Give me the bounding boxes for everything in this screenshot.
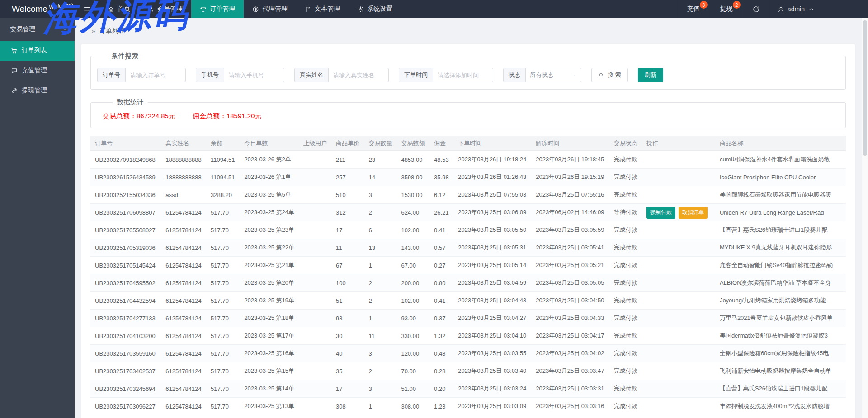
search-field-手机号: 手机号 [196, 68, 284, 82]
column-header-交易数额: 交易数额 [396, 136, 429, 151]
nav-item-label: 首页 [118, 5, 130, 13]
notification-badge: 2 [733, 1, 741, 9]
sidebar-menu: 订单列表充值管理提现管理 [0, 41, 75, 100]
nav-item-label: 会员管理 [157, 5, 183, 13]
status-label: 状态 [504, 68, 526, 82]
column-header-下单时间: 下单时间 [453, 136, 531, 151]
caret-down-icon [571, 72, 577, 78]
table-row: UB230325170550802761254784124517.702023-… [90, 221, 846, 239]
sidebar-item-label: 提现管理 [22, 86, 47, 94]
nav-item-首页[interactable]: 首页 [99, 0, 139, 18]
quick-link-提现[interactable]: 提现2 [710, 0, 743, 18]
quick-link-充值[interactable]: 充值3 [677, 0, 710, 18]
nav-item-label: 订单管理 [210, 5, 235, 13]
table-row: UB230325170459550261254784124517.702023-… [90, 274, 846, 292]
orders-header-row: 订单号真实姓名余额今日单数上级用户商品单价交易数量交易数额佣金下单时间解冻时间交… [90, 136, 846, 151]
gear-icon [357, 6, 364, 13]
nav-item-label: 系统设置 [367, 5, 392, 13]
page-scrollbar[interactable] [862, 18, 868, 418]
status-select[interactable]: 所有状态 [526, 68, 581, 82]
nav-menu: 首页会员管理订单管理代理管理文本管理系统设置 [99, 0, 401, 18]
table-row: UB2303252155034336assd3288.202023-03-25 … [90, 186, 846, 204]
breadcrumb: » 订单列表 [75, 18, 862, 44]
refresh-list-button[interactable]: 刷新 [638, 68, 663, 82]
dollar-icon [252, 6, 259, 13]
search-field-订单号: 订单号 [97, 68, 186, 82]
hamburger-icon [83, 5, 91, 13]
table-row: UB230325170324569461254784124517.702023-… [90, 380, 846, 398]
table-row: UB230325170531903661254784124517.702023-… [90, 239, 846, 257]
search-fieldset: 条件搜索 订单号手机号真实姓名下单时间 状态 所有状态 搜 索 刷新 [90, 52, 846, 90]
top-navbar: Welcome 首页会员管理订单管理代理管理文本管理系统设置 充值3提现2 ad… [0, 0, 868, 18]
search-button[interactable]: 搜 索 [591, 68, 628, 82]
sidebar-toggle-button[interactable] [75, 0, 99, 18]
订单号-input[interactable] [126, 68, 185, 82]
nav-item-label: 文本管理 [315, 5, 340, 13]
wrench-icon [11, 87, 18, 94]
quick-link-label: 充值 [687, 5, 700, 13]
scales-icon [200, 6, 207, 13]
nav-quick: 充值3提现2 [677, 0, 743, 18]
user-menu[interactable]: admin [769, 0, 823, 18]
stats-fieldset: 数据统计 交易总额：867224.85元佣金总额：18591.20元 [90, 98, 846, 128]
table-row: UB230325170514542461254784124517.702023-… [90, 257, 846, 274]
sidebar-group-label: 交易管理 [10, 25, 35, 33]
手机号-input[interactable] [224, 68, 284, 82]
chevron-down-icon [62, 27, 67, 32]
column-header-上级用户: 上级用户 [299, 136, 331, 151]
column-header-订单号: 订单号 [90, 136, 161, 151]
table-row: UB230325170410320061254784124517.702023-… [90, 327, 846, 345]
nav-item-文本管理[interactable]: 文本管理 [296, 0, 349, 18]
column-header-交易数量: 交易数量 [364, 136, 396, 151]
column-header-商品单价: 商品单价 [331, 136, 364, 151]
field-label: 手机号 [196, 68, 224, 82]
field-label: 真实姓名 [295, 68, 329, 82]
sidebar-group-trade[interactable]: 交易管理 [0, 18, 75, 41]
transaction-total: 交易总额：867224.85元 [103, 112, 175, 120]
search-icon [598, 72, 604, 78]
column-header-今日单数: 今日单数 [240, 136, 299, 151]
refresh-icon [752, 5, 760, 13]
stats-legend: 数据统计 [113, 98, 148, 107]
column-header-真实姓名: 真实姓名 [161, 136, 206, 151]
breadcrumb-chevrons: » [91, 27, 95, 35]
sidebar-item-订单列表[interactable]: 订单列表 [0, 41, 75, 61]
orders-tbody: UB23032709182498681888888888811094.51202… [90, 151, 846, 415]
nav-item-label: 代理管理 [262, 5, 288, 13]
nav-item-代理管理[interactable]: 代理管理 [244, 0, 296, 18]
notification-badge: 3 [700, 1, 708, 9]
nav-item-会员管理[interactable]: 会员管理 [139, 0, 191, 18]
scrollbar-thumb[interactable] [863, 20, 867, 156]
person-icon [778, 6, 784, 13]
chevron-up-icon [808, 6, 815, 13]
column-header-操作: 操作 [642, 136, 715, 151]
column-header-商品名称: 商品名称 [715, 136, 846, 151]
nav-right: 充值3提现2 admin [677, 0, 868, 18]
下单时间-input[interactable] [433, 68, 493, 82]
column-header-交易状态: 交易状态 [609, 136, 642, 151]
field-label: 订单号 [98, 68, 126, 82]
nav-item-系统设置[interactable]: 系统设置 [349, 0, 401, 18]
table-row: UB230325170355916061254784124517.702023-… [90, 345, 846, 362]
field-label: 下单时间 [399, 68, 433, 82]
table-row: UB230325170340253761254784124517.702023-… [90, 362, 846, 380]
sidebar: 交易管理 订单列表充值管理提现管理 [0, 18, 75, 418]
comment-icon [11, 67, 18, 74]
breadcrumb-current: 订单列表 [99, 27, 125, 35]
table-row: UB23032615264345891888888888811094.51202… [90, 169, 846, 186]
force-pay-button[interactable]: 强制付款 [646, 207, 675, 219]
nav-item-订单管理[interactable]: 订单管理 [191, 0, 244, 18]
status-value: 所有状态 [530, 71, 553, 79]
orders-table-wrap: 订单号真实姓名余额今日单数上级用户商品单价交易数量交易数额佣金下单时间解冻时间交… [90, 136, 846, 415]
真实姓名-input[interactable] [329, 68, 388, 82]
sidebar-item-提现管理[interactable]: 提现管理 [0, 80, 75, 100]
cart-icon [11, 47, 18, 54]
cancel-order-button[interactable]: 取消订单 [679, 207, 708, 219]
orders-table: 订单号真实姓名余额今日单数上级用户商品单价交易数量交易数额佣金下单时间解冻时间交… [90, 136, 846, 415]
table-row: UB230325170443259461254784124517.702023-… [90, 292, 846, 310]
refresh-button[interactable] [743, 0, 769, 18]
quick-link-label: 提现 [720, 5, 733, 13]
sidebar-item-充值管理[interactable]: 充值管理 [0, 61, 75, 80]
status-select-group: 状态 所有状态 [503, 68, 581, 82]
flag-icon [305, 6, 311, 13]
